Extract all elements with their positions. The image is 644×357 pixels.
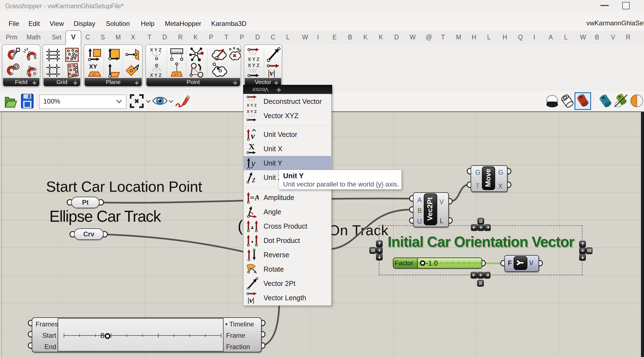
svg-text:v: v: [251, 131, 255, 140]
svg-text:|v|: |v|: [268, 68, 275, 77]
svg-text:XY: XY: [89, 63, 97, 70]
svg-text:X: X: [249, 143, 255, 151]
svg-text:X Y Z: X Y Z: [150, 47, 162, 53]
svg-text:8: 8: [100, 331, 104, 340]
svg-text:-1.0: -1.0: [426, 259, 438, 267]
svg-text:X Y Z: X Y Z: [248, 63, 259, 68]
svg-text:y: y: [250, 158, 256, 168]
svg-text:X Y Z: X Y Z: [150, 73, 162, 78]
svg-text:X Y Z: X Y Z: [248, 57, 259, 62]
svg-text:X Y Z: X Y Z: [247, 103, 257, 107]
svg-text:z: z: [252, 174, 256, 183]
svg-text:|v|: |v|: [248, 296, 254, 304]
svg-text:=A: =A: [250, 193, 259, 202]
svg-text:X Y Z: X Y Z: [247, 110, 257, 114]
